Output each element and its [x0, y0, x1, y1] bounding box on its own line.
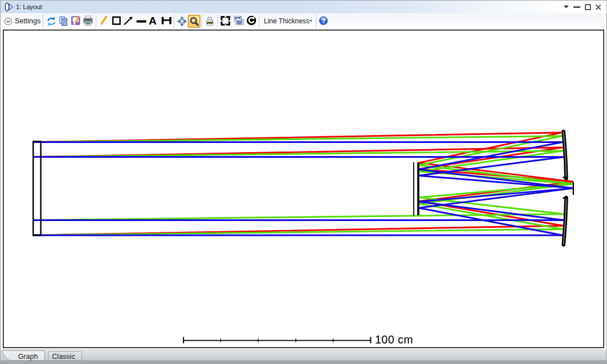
svg-text:Graph: Graph [18, 353, 38, 361]
svg-text:Classic: Classic [52, 353, 75, 361]
svg-text:?: ? [321, 17, 326, 25]
svg-text:100 cm: 100 cm [375, 333, 413, 346]
